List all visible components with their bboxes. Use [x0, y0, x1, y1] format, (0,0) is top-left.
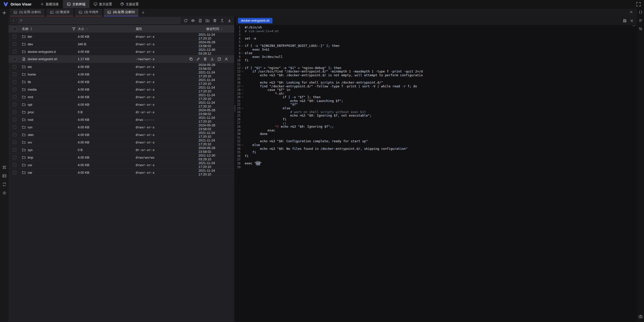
fold-icon[interactable]	[240, 106, 244, 110]
row-checkbox[interactable]	[13, 57, 16, 61]
file-row[interactable]: docker-entrypoint.d4.00 KBdrwxr-xr-x2021…	[9, 48, 234, 55]
row-checkbox[interactable]	[13, 42, 16, 46]
menu-item-new-connection[interactable]: 新建连接	[36, 0, 63, 8]
download-button[interactable]	[210, 57, 214, 61]
edit-button[interactable]	[196, 57, 200, 61]
preview-button[interactable]	[190, 18, 195, 23]
menu-item-theme-settings[interactable]: 主题设置	[116, 0, 143, 8]
save-button[interactable]	[622, 18, 627, 23]
fold-icon[interactable]	[240, 66, 244, 70]
transfer-button[interactable]	[638, 26, 643, 31]
file-row[interactable]: tmp4.00 KBdrwxrwxrwx2021-12-30 03:29:10	[9, 154, 234, 161]
row-checkbox[interactable]	[13, 73, 16, 76]
row-checkbox[interactable]	[13, 148, 16, 152]
file-row[interactable]: run4.00 KBdrwxr-xr-x2024-05-28 23:58:02	[9, 123, 234, 131]
sort-icon[interactable]	[29, 27, 33, 31]
sort-icon[interactable]	[85, 27, 88, 30]
row-checkbox[interactable]	[13, 156, 16, 159]
add-tab-button[interactable]	[139, 9, 147, 16]
file-row[interactable]: etc4.00 KBdrwxr-xr-x2024-05-28 23:58:02	[9, 63, 234, 70]
file-row[interactable]: bin4.00 KBdrwxr-xr-x2021-11-24 17:20:10	[9, 33, 234, 40]
row-checkbox[interactable]	[13, 50, 16, 53]
row-checkbox[interactable]	[13, 103, 16, 106]
file-row[interactable]: root4.00 KBdrwx------2021-11-24 17:20:10	[9, 116, 234, 123]
editor-scrollbar-thumb[interactable]	[632, 25, 635, 26]
file-row[interactable]: home4.00 KBdrwxr-xr-x2021-11-24 17:20:10	[9, 70, 234, 78]
file-row[interactable]: sbin4.00 KBdrwxr-xr-x2021-11-24 17:20:10	[9, 131, 234, 138]
fold-icon[interactable]	[240, 51, 244, 55]
upload-button[interactable]	[220, 18, 225, 23]
file-row[interactable]: docker-entrypoint.sh1.17 KB-rwxrwxr-x	[9, 55, 234, 63]
row-checkbox[interactable]	[13, 110, 16, 114]
sort-icon[interactable]	[220, 27, 223, 30]
row-checkbox[interactable]	[13, 125, 16, 129]
new-panel-button[interactable]	[2, 10, 7, 15]
file-row[interactable]: var4.00 KBdrwxr-xr-x2021-11-24 17:20:10	[9, 169, 234, 176]
file-row[interactable]: usr4.00 KBdrwxr-xr-x2021-11-24 17:20:10	[9, 161, 234, 169]
new-folder-button[interactable]	[205, 18, 210, 23]
row-checkbox[interactable]	[13, 80, 16, 84]
copy-button[interactable]	[189, 57, 193, 61]
fullscreen-button[interactable]	[636, 2, 641, 7]
editor-file-tab[interactable]: docker-entrypoint.sh	[238, 18, 272, 23]
fold-icon[interactable]	[240, 95, 244, 99]
snippets-button[interactable]	[638, 10, 643, 15]
column-header-name[interactable]: 名称	[21, 27, 78, 31]
row-checkbox[interactable]	[13, 95, 16, 99]
file-row[interactable]: mnt4.00 KBdrwxr-xr-x2021-11-24 17:20:10	[9, 93, 234, 101]
terminal-tab-4[interactable]: (4) 应用-分析02	[104, 9, 138, 16]
refresh-button[interactable]	[183, 18, 188, 23]
file-row[interactable]: opt4.00 KBdrwxr-xr-x2021-11-24 17:20:10	[9, 101, 234, 108]
menu-item-host-terminal[interactable]: 主机终端	[63, 0, 90, 8]
divider-grip-icon[interactable]	[234, 105, 236, 112]
row-checkbox[interactable]	[13, 133, 16, 136]
filter-icon[interactable]	[72, 27, 76, 31]
contacts-button[interactable]	[2, 173, 7, 178]
file-row[interactable]: media4.00 KBdrwxr-xr-x2021-11-24 17:20:1…	[9, 86, 234, 93]
path-input[interactable]	[24, 19, 178, 22]
fold-icon[interactable]	[240, 88, 244, 92]
row-checkbox[interactable]	[13, 88, 16, 91]
column-header-mtime[interactable]: 修改时间	[198, 27, 234, 31]
delete-button[interactable]	[203, 57, 207, 61]
fold-icon[interactable]	[240, 92, 244, 96]
close-tab-button[interactable]	[629, 10, 633, 15]
fold-icon[interactable]	[240, 44, 244, 48]
file-row[interactable]: dev340 Bdrwxr-xr-x2024-05-28 23:58:02	[9, 40, 234, 48]
row-checkbox[interactable]	[13, 65, 16, 68]
terminal-tabbar: (1) 应用-分析01(2) 数据库(3) 中间件(4) 应用-分析02	[9, 9, 637, 16]
path-menu-icon[interactable]	[20, 19, 23, 22]
permission-button[interactable]	[224, 57, 228, 61]
file-row[interactable]: proc0 Bdr-xr-xr-x2024-05-28 23:58:02	[9, 108, 234, 116]
file-row[interactable]: srv4.00 KBdrwxr-xr-x2021-11-24 17:20:10	[9, 138, 234, 146]
terminal-tab-1[interactable]: (1) 应用-分析01	[10, 9, 45, 16]
row-checkbox[interactable]	[13, 171, 16, 174]
fold-icon[interactable]	[240, 85, 244, 88]
row-checkbox[interactable]	[13, 163, 16, 167]
download-button[interactable]	[227, 18, 232, 23]
menu-item-display-settings[interactable]: 显示设置	[90, 0, 116, 8]
row-checkbox[interactable]	[13, 118, 16, 121]
column-header-size[interactable]: 大小	[78, 27, 136, 31]
back-button[interactable]	[11, 18, 16, 23]
file-row[interactable]: sys0 Bdr-xr-xr-x2024-05-28 23:58:02	[9, 146, 234, 154]
settings-button[interactable]	[2, 190, 7, 195]
panel-divider[interactable]	[234, 16, 236, 322]
move-button[interactable]	[217, 57, 221, 61]
terminal-tab-3[interactable]: (3) 中间件	[75, 9, 102, 16]
sync-button[interactable]	[2, 182, 7, 187]
fold-icon[interactable]	[240, 70, 244, 74]
select-all-checkbox[interactable]	[13, 27, 16, 31]
screenshot-button[interactable]	[638, 314, 643, 319]
command-icon	[2, 165, 7, 169]
file-list-button[interactable]	[638, 18, 643, 23]
new-file-button[interactable]	[198, 18, 203, 23]
close-editor-button[interactable]	[629, 18, 634, 23]
file-row[interactable]: lib4.00 KBdrwxr-xr-x2021-11-24 17:20:10	[9, 78, 234, 86]
row-checkbox[interactable]	[13, 35, 16, 38]
terminal-tab-2[interactable]: (2) 数据库	[47, 9, 73, 16]
row-checkbox[interactable]	[13, 140, 16, 144]
fold-icon[interactable]	[240, 143, 244, 147]
delete-button[interactable]	[212, 18, 217, 23]
shortcuts-button[interactable]	[2, 165, 7, 170]
